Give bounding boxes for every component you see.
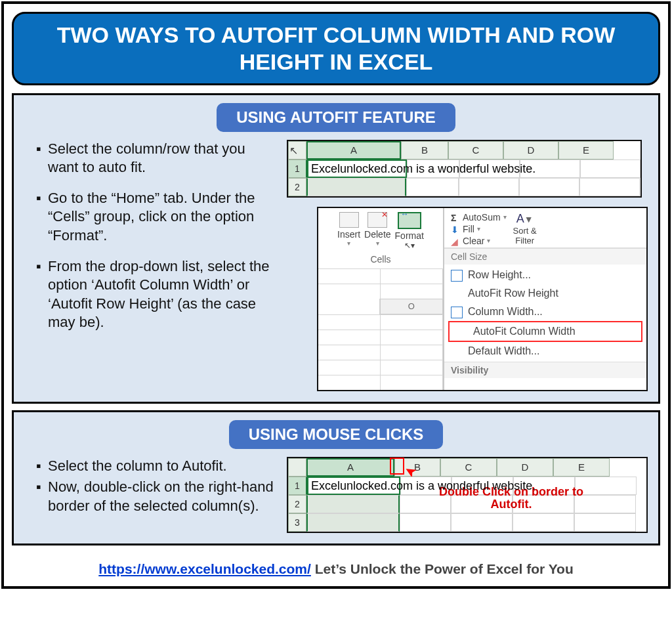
menu-default-width[interactable]: Default Width... <box>444 342 646 360</box>
menu-autofit-column-width[interactable]: AutoFit Column Width <box>448 321 642 342</box>
cell-a1[interactable]: Excelunlocked.com is a wonderful website… <box>307 160 407 178</box>
column-header-e[interactable]: E <box>553 458 610 477</box>
column-header-b[interactable]: B <box>401 141 448 160</box>
clear-button[interactable]: ◢Clear ▾ <box>451 236 507 246</box>
delete-icon: ✕ <box>368 212 387 228</box>
clear-label: Clear <box>463 236 484 246</box>
cell-b2[interactable] <box>406 178 459 196</box>
column-header-c[interactable]: C <box>440 458 497 477</box>
infographic-container: TWO WAYS TO AUTOFIT COLUMN WIDTH AND ROW… <box>1 1 671 589</box>
section1-title: USING AUTOFIT FEATURE <box>217 103 455 132</box>
fill-label: Fill <box>463 224 474 234</box>
menu-row-height[interactable]: Row Height... <box>444 266 646 284</box>
menu-header-visibility: Visibility <box>444 362 646 378</box>
format-button[interactable]: ↔ Format ↖▾ <box>395 212 424 250</box>
cell-e3[interactable] <box>574 513 636 532</box>
format-icon: ↔ <box>398 212 421 229</box>
cell-e2[interactable] <box>574 495 636 513</box>
spreadsheet-screenshot-1: ↖ A B C D E 1 Excelunlocked.com is a won… <box>287 140 642 198</box>
menu-header-cellsize: Cell Size <box>444 248 646 265</box>
cell-e2[interactable] <box>579 178 640 196</box>
column-header-e[interactable]: E <box>558 141 614 160</box>
sort-label2: Filter <box>515 236 534 245</box>
row-header-1[interactable]: 1 <box>288 477 307 495</box>
column-header-a[interactable]: A <box>306 458 394 477</box>
delete-label: Delete <box>364 229 390 240</box>
sort-label1: Sort & <box>513 226 537 236</box>
row-header-2[interactable]: 2 <box>288 495 306 513</box>
section2-title: USING MOUSE CLICKS <box>229 420 444 449</box>
cell-a2[interactable] <box>306 178 406 196</box>
select-all-corner[interactable] <box>288 458 306 477</box>
cell-text: Excelunlocked.com is a wonderful website… <box>311 479 536 493</box>
list-item: From the drop-down list, select the opti… <box>36 257 274 332</box>
section-autofit-feature: USING AUTOFIT FEATURE Select the column/… <box>12 93 660 404</box>
ribbon-screenshot: Insert ▾ ✕ Delete ▾ ↔ Format <box>317 207 648 391</box>
menu-autofit-row-height[interactable]: AutoFit Row Height <box>444 284 646 303</box>
sigma-icon: Σ <box>451 213 460 222</box>
cell-a3[interactable] <box>306 513 400 532</box>
dropdown-caret-icon: ▾ <box>347 240 350 247</box>
cell-b3[interactable] <box>400 513 451 532</box>
row-header-1[interactable]: 1 <box>288 160 307 178</box>
column-header-d[interactable]: D <box>497 458 553 477</box>
select-all-corner[interactable]: ↖ <box>288 141 306 160</box>
section2-bullets: Select the column to Autofit. Now, doubl… <box>24 457 274 533</box>
main-title: TWO WAYS TO AUTOFIT COLUMN WIDTH AND ROW… <box>12 12 660 85</box>
dropdown-caret-icon: ▾ <box>376 240 379 247</box>
menu-column-width[interactable]: Column Width... <box>444 303 646 321</box>
spreadsheet-screenshot-2: A B C D E ➤ 1 Excelunlocked.com is a won… <box>287 457 648 533</box>
cell-a1[interactable]: Excelunlocked.com is a wonderful website… <box>307 477 400 495</box>
row-height-icon <box>451 270 463 282</box>
row-header-2[interactable]: 2 <box>288 178 306 196</box>
cell-d3[interactable] <box>513 513 574 532</box>
highlight-box <box>390 458 404 475</box>
cell-c2[interactable] <box>459 178 519 196</box>
column-width-icon <box>451 307 463 318</box>
list-item: Now, double-click on the right-hand bord… <box>36 478 274 515</box>
cell-e1[interactable] <box>580 160 640 178</box>
cursor-icon: ↖ <box>289 144 298 157</box>
footer: https://www.excelunlocked.com/ Let’s Unl… <box>4 552 668 586</box>
list-item: Select the column to Autofit. <box>36 457 274 476</box>
cursor-icon: ↖▾ <box>404 241 415 250</box>
delete-button[interactable]: ✕ Delete ▾ <box>364 212 390 250</box>
insert-label: Insert <box>337 229 360 240</box>
insert-button[interactable]: Insert ▾ <box>337 212 360 250</box>
sort-filter-icon: A▼ <box>516 212 534 226</box>
column-header-o[interactable]: O <box>380 299 443 314</box>
cell-text: Excelunlocked.com is a wonderful website… <box>311 162 536 176</box>
cell-c3[interactable] <box>451 513 513 532</box>
footer-tagline: Let’s Unlock the Power of Excel for You <box>311 561 574 576</box>
sort-filter-button[interactable]: A▼ Sort & Filter <box>513 212 537 245</box>
cells-group-label: Cells <box>318 251 443 268</box>
eraser-icon: ◢ <box>451 236 460 245</box>
row-header-3[interactable]: 3 <box>288 513 306 532</box>
cell-e1[interactable] <box>575 477 637 495</box>
column-header-c[interactable]: C <box>448 141 503 160</box>
footer-link[interactable]: https://www.excelunlocked.com/ <box>98 561 311 576</box>
insert-icon <box>339 212 359 228</box>
list-item: Go to the “Home” tab. Under the “Cells” … <box>36 189 274 245</box>
autosum-button[interactable]: ΣAutoSum ▾ <box>451 212 507 223</box>
format-label: Format <box>395 230 424 241</box>
section1-bullets: Select the column/row that you want to a… <box>24 140 274 391</box>
column-header-a[interactable]: A <box>306 141 401 160</box>
column-header-d[interactable]: D <box>503 141 558 160</box>
cell-d2[interactable] <box>519 178 579 196</box>
autosum-label: AutoSum <box>463 212 501 223</box>
section-mouse-clicks: USING MOUSE CLICKS Select the column to … <box>12 410 660 545</box>
fill-icon: ⬇ <box>451 224 460 234</box>
fill-button[interactable]: ⬇Fill ▾ <box>451 224 507 234</box>
cell-a2[interactable] <box>306 495 400 513</box>
list-item: Select the column/row that you want to a… <box>36 140 274 177</box>
